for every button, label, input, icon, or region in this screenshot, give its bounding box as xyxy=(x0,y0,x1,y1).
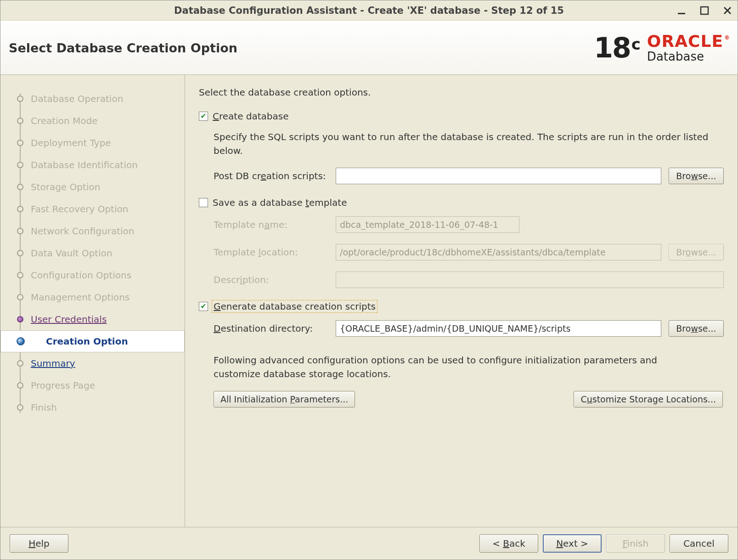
destination-directory-browse-button[interactable]: Browse... xyxy=(669,320,724,337)
post-scripts-row: Post DB creation scripts: Browse... xyxy=(214,168,724,184)
svg-rect-0 xyxy=(678,13,685,14)
window-title: Database Configuration Assistant - Creat… xyxy=(174,5,564,16)
step-label: Data Vault Option xyxy=(31,248,113,259)
wizard-step-network-configuration: Network Configuration xyxy=(16,220,181,242)
step-label: Database Identification xyxy=(31,159,138,170)
svg-rect-1 xyxy=(701,7,708,14)
template-name-label: Template name: xyxy=(214,219,328,230)
create-database-label: Create database xyxy=(213,111,289,122)
wizard-step-fast-recovery-option: Fast Recovery Option xyxy=(16,198,181,220)
destination-directory-label: Destination directory: xyxy=(214,323,328,334)
body: Database OperationCreation ModeDeploymen… xyxy=(0,75,738,527)
back-button[interactable]: < Back xyxy=(479,534,538,553)
finish-button: Finish xyxy=(606,534,665,553)
template-location-row: Template location: Browse... xyxy=(214,244,724,260)
step-label: Database Operation xyxy=(31,93,123,104)
create-database-checkbox-row[interactable]: Create database xyxy=(199,111,724,122)
brand-oracle: ORACLE Database xyxy=(647,33,729,62)
brand-version: 18 c xyxy=(594,34,641,62)
step-dot-icon xyxy=(17,206,23,212)
destination-directory-row: Destination directory: Browse... xyxy=(214,320,724,337)
template-location-input xyxy=(336,244,661,260)
step-label: Creation Mode xyxy=(31,115,97,126)
wizard-step-creation-mode: Creation Mode xyxy=(16,110,181,132)
save-template-checkbox-row[interactable]: Save as a database template xyxy=(199,197,724,208)
window: Database Configuration Assistant - Creat… xyxy=(0,0,738,560)
template-location-browse-button: Browse... xyxy=(669,244,724,260)
page-header: Select Database Creation Option 18 c ORA… xyxy=(0,21,738,75)
wizard-step-finish: Finish xyxy=(16,396,181,419)
cancel-button[interactable]: Cancel xyxy=(670,534,728,553)
wizard-step-user-credentials[interactable]: User Credentials xyxy=(16,308,181,330)
create-database-section: Create database Specify the SQL scripts … xyxy=(199,111,724,184)
generate-scripts-checkbox-row[interactable]: Generate database creation scripts xyxy=(199,301,724,312)
step-dot-icon xyxy=(17,272,23,278)
step-dot-icon xyxy=(17,184,23,190)
post-scripts-label: Post DB creation scripts: xyxy=(214,170,328,181)
wizard-step-configuration-options: Configuration Options xyxy=(16,264,181,286)
generate-scripts-section: Generate database creation scripts Desti… xyxy=(199,301,724,337)
wizard-step-deployment-type: Deployment Type xyxy=(16,132,181,154)
step-label: Network Configuration xyxy=(31,226,135,237)
wizard-footer: Help < Back Next > Finish Cancel xyxy=(0,527,738,560)
step-label: Storage Option xyxy=(31,181,100,192)
main-panel: Select the database creation options. Cr… xyxy=(185,75,738,527)
step-dot-icon xyxy=(17,294,23,300)
generate-scripts-checkbox[interactable] xyxy=(199,302,208,311)
help-button[interactable]: Help xyxy=(10,534,68,553)
step-label: User Credentials xyxy=(31,314,107,325)
destination-directory-input[interactable] xyxy=(336,320,661,337)
advanced-help-text: Following advanced configuration options… xyxy=(214,353,682,381)
step-dot-icon xyxy=(17,228,23,234)
template-description-label: Description: xyxy=(214,274,328,285)
next-button[interactable]: Next > xyxy=(543,534,602,553)
step-label: Progress Page xyxy=(31,380,95,391)
wizard-step-progress-page: Progress Page xyxy=(16,374,181,396)
step-dot-icon xyxy=(17,96,23,102)
wizard-step-creation-option: Creation Option xyxy=(0,330,185,352)
create-database-help: Specify the SQL scripts you want to run … xyxy=(214,130,724,158)
wizard-steps: Database OperationCreation ModeDeploymen… xyxy=(16,88,181,419)
wizard-step-database-identification: Database Identification xyxy=(16,154,181,176)
titlebar: Database Configuration Assistant - Creat… xyxy=(0,0,738,21)
customize-storage-button[interactable]: Customize Storage Locations... xyxy=(574,391,723,407)
step-label: Summary xyxy=(31,358,75,369)
page-title: Select Database Creation Option xyxy=(9,41,237,55)
minimize-icon[interactable] xyxy=(675,4,688,17)
template-description-row: Description: xyxy=(214,272,724,288)
maximize-icon[interactable] xyxy=(698,4,711,17)
step-dot-icon xyxy=(17,382,23,389)
instruction-text: Select the database creation options. xyxy=(199,87,724,98)
post-scripts-input[interactable] xyxy=(336,168,661,184)
wizard-step-data-vault-option: Data Vault Option xyxy=(16,242,181,264)
post-scripts-browse-button[interactable]: Browse... xyxy=(669,168,724,184)
template-location-label: Template location: xyxy=(214,247,328,258)
step-dot-icon xyxy=(17,140,23,146)
wizard-step-management-options: Management Options xyxy=(16,286,181,308)
all-init-params-button[interactable]: All Initialization Parameters... xyxy=(214,391,355,407)
template-name-row: Template name: xyxy=(214,216,724,233)
step-label: Configuration Options xyxy=(31,270,131,281)
generate-scripts-label: Generate database creation scripts xyxy=(213,301,377,312)
step-dot-icon xyxy=(17,404,23,411)
step-dot-icon xyxy=(17,162,23,168)
create-database-checkbox[interactable] xyxy=(199,112,208,121)
close-icon[interactable] xyxy=(721,4,734,17)
step-label: Fast Recovery Option xyxy=(31,204,128,215)
step-label: Finish xyxy=(31,402,57,413)
template-description-input xyxy=(336,272,724,288)
step-label: Management Options xyxy=(31,292,130,303)
step-dot-icon xyxy=(17,337,25,345)
step-dot-icon xyxy=(17,316,23,322)
step-dot-icon xyxy=(17,118,23,124)
wizard-step-summary[interactable]: Summary xyxy=(16,352,181,374)
wizard-sidebar: Database OperationCreation ModeDeploymen… xyxy=(0,75,185,527)
branding: 18 c ORACLE Database xyxy=(594,33,729,62)
save-template-label: Save as a database template xyxy=(213,197,347,208)
window-controls xyxy=(675,0,734,21)
wizard-step-database-operation: Database Operation xyxy=(16,88,181,110)
wizard-step-storage-option: Storage Option xyxy=(16,176,181,198)
save-template-checkbox[interactable] xyxy=(199,198,208,207)
step-label: Creation Option xyxy=(46,336,128,347)
step-dot-icon xyxy=(17,360,23,367)
